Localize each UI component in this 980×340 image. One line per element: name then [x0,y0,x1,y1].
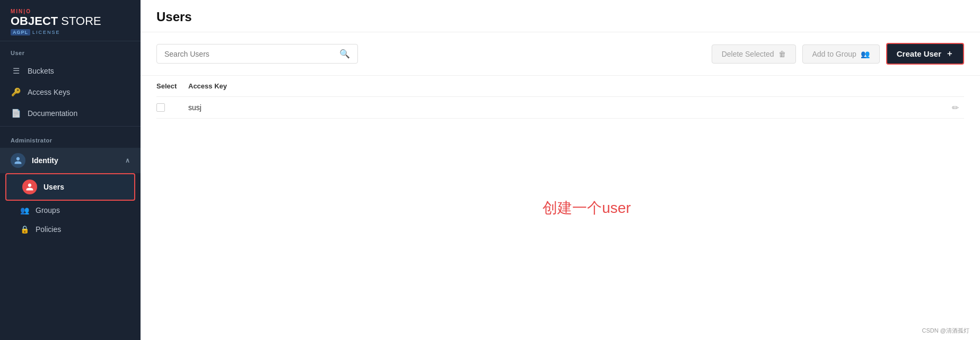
col-accesskey-header: Access Key [188,82,964,90]
edit-icon[interactable]: ✏ [952,103,959,113]
delete-selected-button[interactable]: Delete Selected 🗑 [712,44,796,64]
table-header: Select Access Key [156,76,964,97]
policies-icon: 🔒 [20,225,29,234]
sidebar: MIN|O OBJECT STORE AGPL LICENSE User ☰ B… [0,0,141,340]
license-text: LICENSE [32,30,60,35]
sidebar-item-identity[interactable]: Identity ∧ [0,148,141,173]
add-to-group-button[interactable]: Add to Group 👥 [802,44,880,64]
admin-section-label: Administrator [0,129,141,148]
access-keys-icon: 🔑 [11,87,21,97]
sidebar-item-access-keys[interactable]: 🔑 Access Keys [0,82,141,103]
main-content: Users 🔍 Delete Selected 🗑 Add to Group 👥… [141,0,980,340]
search-icon: 🔍 [339,49,350,59]
delete-icon: 🗑 [778,50,786,58]
users-label: Users [43,183,64,191]
users-icon [22,180,37,194]
identity-icon [11,153,25,168]
sidebar-item-groups[interactable]: 👥 Groups [0,201,141,220]
plus-icon: ＋ [946,49,953,59]
sidebar-item-label: Buckets [28,67,54,75]
toolbar: 🔍 Delete Selected 🗑 Add to Group 👥 Creat… [141,32,980,76]
footer-text: CSDN @清酒孤灯 [922,327,969,335]
page-title: Users [156,10,964,24]
row-checkbox-container [156,103,178,112]
search-box[interactable]: 🔍 [156,44,358,64]
row-checkbox[interactable] [156,103,165,112]
delete-selected-label: Delete Selected [722,50,774,58]
identity-chevron: ∧ [125,157,130,164]
search-input[interactable] [164,50,334,58]
license-badge: AGPL [11,29,30,35]
user-section-label: User [0,41,141,60]
logo-license: AGPL LICENSE [11,29,130,35]
group-icon: 👥 [861,50,870,58]
sidebar-item-users[interactable]: Users [5,173,135,201]
documentation-icon: 📄 [11,108,21,119]
logo-brand: MIN|O [11,8,130,14]
policies-label: Policies [36,225,61,234]
sidebar-item-label: Documentation [28,109,77,118]
users-table: Select Access Key susj ✏ 创建一个user [141,76,980,340]
sidebar-item-policies[interactable]: 🔒 Policies [0,220,141,239]
sidebar-item-buckets[interactable]: ☰ Buckets [0,60,141,82]
logo-title: OBJECT STORE [11,15,130,27]
buckets-icon: ☰ [11,66,21,76]
watermark-text: 创建一个user [542,198,631,218]
col-select-header: Select [156,82,178,90]
table-row: susj ✏ [156,97,964,119]
sidebar-item-documentation[interactable]: 📄 Documentation [0,103,141,124]
groups-label: Groups [36,206,60,214]
access-key-value: susj [188,103,964,112]
sidebar-item-label: Access Keys [28,88,70,96]
sidebar-logo: MIN|O OBJECT STORE AGPL LICENSE [0,0,141,41]
create-user-label: Create User [897,49,941,58]
add-to-group-label: Add to Group [812,50,856,58]
sidebar-divider [0,126,141,127]
groups-icon: 👥 [20,206,29,214]
create-user-button[interactable]: Create User ＋ [886,43,964,65]
identity-label: Identity [32,156,58,165]
main-header: Users [141,0,980,32]
